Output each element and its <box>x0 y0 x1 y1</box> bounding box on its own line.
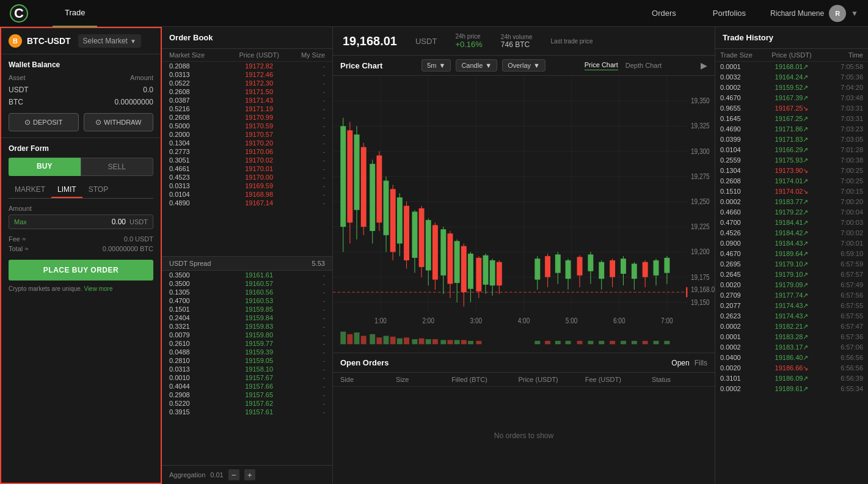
wallet-section: Wallet Balance Asset Amount USDT 0.0 BTC <box>1 54 161 138</box>
ob-ask-row: 0.277319170.06- <box>162 147 332 156</box>
th-row: 0.255919175.93↗7:00:38 <box>715 155 868 166</box>
svg-rect-121 <box>440 340 446 344</box>
oo-tab-open[interactable]: Open <box>671 359 689 367</box>
svg-rect-119 <box>426 339 431 344</box>
main-layout: B BTC-USDT Select Market ▼ Wallet Balanc… <box>0 27 868 484</box>
aggregation-decrease-btn[interactable]: − <box>228 469 239 480</box>
svg-text:19,300: 19,300 <box>691 147 710 155</box>
total-value: 0.00000000 BTC <box>103 245 153 252</box>
candle-dropdown[interactable]: Candle ▼ <box>456 59 497 72</box>
wallet-table: Asset Amount USDT 0.0 BTC 0.00000000 <box>9 74 153 108</box>
svg-rect-111 <box>370 334 375 344</box>
th-row: 0.000119183.28↗6:57:36 <box>715 332 868 342</box>
buy-tab[interactable]: BUY <box>9 158 81 176</box>
th-row: 0.090019184.43↗7:00:01 <box>715 238 868 249</box>
oo-tab-fills[interactable]: Fills <box>695 359 707 367</box>
ob-ask-row: 0.521619171.19- <box>162 105 332 113</box>
max-link[interactable]: Max <box>14 218 27 226</box>
svg-rect-88 <box>566 260 571 279</box>
svg-text:2:00: 2:00 <box>422 317 434 324</box>
market-tab[interactable]: MARKET <box>9 182 51 198</box>
oo-tabs: Open Fills <box>671 359 707 367</box>
svg-rect-114 <box>390 337 396 344</box>
th-row: 0.002019186.66↘6:56:56 <box>715 363 868 373</box>
sell-tab[interactable]: SELL <box>81 158 154 176</box>
ob-ask-row: 0.038719171.43- <box>162 96 332 105</box>
amount-col-header: Amount <box>58 74 153 84</box>
nav-trade[interactable]: Trade <box>53 0 97 27</box>
svg-rect-107 <box>340 332 346 345</box>
overlay-dropdown[interactable]: Overlay ▼ <box>502 59 545 72</box>
select-market-btn[interactable]: Select Market ▼ <box>78 34 141 48</box>
th-row: 0.000219189.61↗6:55:34 <box>715 384 868 394</box>
fee-label: Fee ≈ <box>9 235 26 243</box>
svg-rect-44 <box>370 164 375 231</box>
ob-ask-row: 0.452319170.00- <box>162 173 332 182</box>
deposit-label: DEPOSIT <box>33 119 62 126</box>
ob-ask-row: 0.031319169.59- <box>162 182 332 190</box>
view-more-link[interactable]: View more <box>84 285 112 292</box>
th-row: 0.207719174.43↗6:57:55 <box>715 301 868 311</box>
ob-bid-row: 0.130519160.56- <box>162 288 332 296</box>
deposit-button[interactable]: ⊙ DEPOSIT <box>9 113 79 131</box>
nav-orders[interactable]: Orders <box>640 0 688 27</box>
nav-user[interactable]: Richard Munene R ▼ <box>770 5 858 22</box>
oo-col-fee: Fee (USDT) <box>585 376 652 383</box>
chart-title: Price Chart <box>340 61 382 70</box>
svg-rect-92 <box>588 254 593 271</box>
th-row: 0.466019179.22↗7:00:04 <box>715 207 868 218</box>
oo-col-price: Price (USDT) <box>518 376 585 383</box>
th-row: 0.469019171.86↗7:03:23 <box>715 124 868 134</box>
svg-rect-129 <box>555 341 561 344</box>
chevron-down-icon: ▼ <box>130 38 136 45</box>
price-chart-switch-btn[interactable]: Price Chart <box>585 61 618 70</box>
wallet-buttons: ⊙ DEPOSIT ⊙ WITHDRAW <box>9 113 153 131</box>
chart-expand-btn[interactable]: ▶ <box>701 61 707 70</box>
svg-rect-70 <box>461 246 467 293</box>
nav-portfolios[interactable]: Portfolios <box>701 0 758 27</box>
ob-ask-row: 0.052219172.30- <box>162 79 332 87</box>
svg-rect-48 <box>384 181 389 235</box>
svg-rect-84 <box>545 256 550 277</box>
amount-input[interactable] <box>32 218 126 226</box>
btc-icon: B <box>9 34 22 48</box>
amount-label: Amount <box>9 205 153 212</box>
chart-and-orders: 19,168.01 USDT 24h price +0.16% 24h volu… <box>333 27 715 484</box>
ob-bid-row: 0.261019159.77- <box>162 339 332 348</box>
svg-rect-109 <box>354 332 360 344</box>
svg-rect-72 <box>468 254 473 289</box>
svg-rect-124 <box>461 340 467 344</box>
svg-rect-135 <box>621 341 626 344</box>
svg-rect-126 <box>476 341 481 344</box>
svg-rect-136 <box>632 341 637 344</box>
svg-rect-110 <box>361 336 367 345</box>
order-form-section: Order Form BUY SELL MARKET LIMIT STOP Am… <box>1 138 161 483</box>
limit-tab[interactable]: LIMIT <box>51 182 82 198</box>
ob-bid-row: 0.290819157.65- <box>162 391 332 399</box>
top-nav: C Trade Orders Portfolios Richard Munene… <box>0 0 868 27</box>
price-change-label: 24h price <box>455 33 482 40</box>
order-type-tabs: MARKET LIMIT STOP <box>9 182 153 199</box>
chart-body: 19,350 19,325 19,300 19,275 19,250 19,22… <box>333 76 715 353</box>
oo-col-filled: Filled (BTC) <box>451 376 518 383</box>
amount-input-row: Max USDT <box>9 215 153 229</box>
aggregation-increase-btn[interactable]: + <box>244 469 255 480</box>
timeframe-dropdown[interactable]: 5m ▼ <box>421 59 451 72</box>
svg-rect-123 <box>454 340 460 344</box>
oo-col-side: Side <box>340 376 396 383</box>
svg-text:19,150: 19,150 <box>691 298 710 306</box>
th-headers: Trade Size Price (USDT) Time <box>715 49 868 62</box>
stop-tab[interactable]: STOP <box>82 182 114 198</box>
svg-rect-117 <box>412 339 417 344</box>
deposit-icon: ⊙ <box>24 118 31 127</box>
ob-bid-row: 0.470019160.53- <box>162 296 332 305</box>
volume-value: 746 BTC <box>501 40 533 49</box>
svg-text:1:00: 1:00 <box>374 317 387 324</box>
depth-chart-switch-btn[interactable]: Depth Chart <box>625 62 662 69</box>
th-row: 0.264519179.10↗6:57:57 <box>715 270 868 280</box>
place-buy-order-button[interactable]: PLACE BUY ORDER <box>9 260 153 280</box>
withdraw-button[interactable]: ⊙ WITHDRAW <box>84 113 154 131</box>
svg-text:19,168.01: 19,168.01 <box>691 285 715 293</box>
ob-bid-row: 0.522019157.62- <box>162 399 332 408</box>
th-row: 0.260819174.01↗7:00:25 <box>715 176 868 186</box>
